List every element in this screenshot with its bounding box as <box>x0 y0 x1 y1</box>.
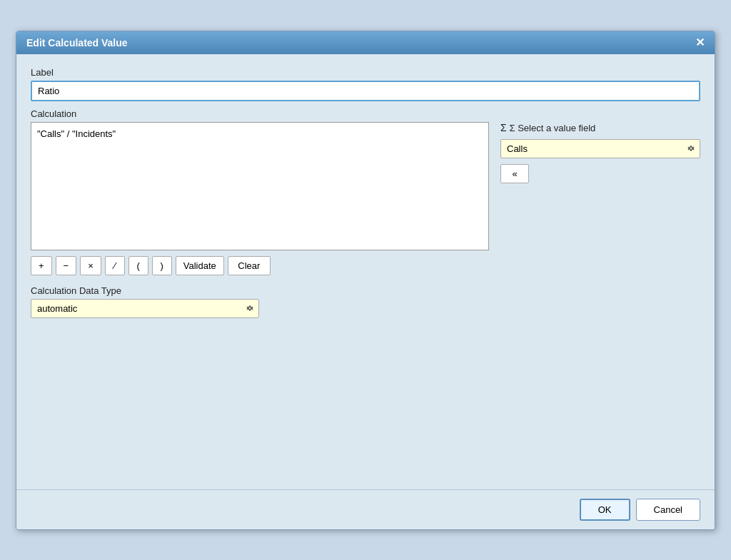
label-input[interactable] <box>31 81 700 101</box>
open-paren-button[interactable]: ( <box>128 256 148 275</box>
data-type-section: Calculation Data Type automatic integer … <box>31 285 700 318</box>
close-button[interactable]: ✕ <box>695 37 705 49</box>
calc-row: + − × ∕ ( ) Validate Clear Σ Σ Select a … <box>31 122 700 275</box>
divide-button[interactable]: ∕ <box>105 256 125 275</box>
minus-button[interactable]: − <box>56 256 77 275</box>
calc-right: Σ Σ Select a value field Calls Incidents… <box>500 122 700 183</box>
label-section: Label <box>31 67 700 101</box>
calc-buttons: + − × ∕ ( ) Validate Clear <box>31 256 489 275</box>
calc-left: + − × ∕ ( ) Validate Clear <box>31 122 489 275</box>
clear-button[interactable]: Clear <box>228 256 271 275</box>
multiply-button[interactable]: × <box>80 256 101 275</box>
dialog-body: Label Calculation + − × ∕ ( ) Validate <box>16 54 715 489</box>
value-field-select[interactable]: Calls Incidents <box>500 139 700 158</box>
dialog-title: Edit Calculated Value <box>26 37 128 49</box>
calculation-section: Calculation + − × ∕ ( ) Validate Clear <box>31 108 700 275</box>
plus-button[interactable]: + <box>31 256 52 275</box>
ok-button[interactable]: OK <box>580 499 630 521</box>
insert-button[interactable]: « <box>500 164 529 183</box>
cancel-button[interactable]: Cancel <box>636 499 700 521</box>
label-field-label: Label <box>31 67 700 78</box>
close-paren-button[interactable]: ) <box>152 256 172 275</box>
dialog-footer: OK Cancel <box>16 489 715 529</box>
value-field-text: Σ Select a value field <box>510 123 596 133</box>
sigma-icon: Σ <box>500 122 510 133</box>
edit-calculated-value-dialog: Edit Calculated Value ✕ Label Calculatio… <box>16 31 715 530</box>
calculation-textarea[interactable] <box>31 122 489 250</box>
value-field-label: Σ Σ Select a value field <box>500 122 700 133</box>
calculation-label: Calculation <box>31 108 700 119</box>
dialog-header: Edit Calculated Value ✕ <box>16 31 715 54</box>
data-type-label: Calculation Data Type <box>31 285 700 296</box>
data-type-select[interactable]: automatic integer float string <box>31 299 259 318</box>
validate-button[interactable]: Validate <box>176 256 224 275</box>
